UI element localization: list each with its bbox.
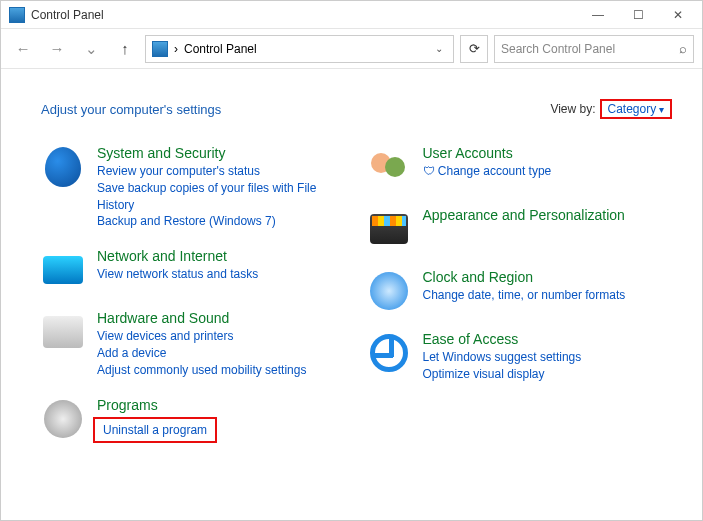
up-button[interactable]: ↑ [111,35,139,63]
clock-icon [367,269,411,313]
category-title-ease[interactable]: Ease of Access [423,331,582,347]
search-icon[interactable]: ⌕ [679,41,687,56]
refresh-button[interactable]: ⟳ [460,35,488,63]
monitor-icon [367,207,411,251]
category-programs: Programs Uninstall a program [41,397,347,444]
view-by-label: View by: [550,102,595,116]
back-button[interactable]: ← [9,35,37,63]
close-button[interactable]: ✕ [658,3,698,27]
minimize-button[interactable]: — [578,3,618,27]
category-title-appearance[interactable]: Appearance and Personalization [423,207,625,223]
printer-icon [41,310,85,354]
link-uninstall-program[interactable]: Uninstall a program [103,422,207,439]
category-ease-of-access: Ease of Access Let Windows suggest setti… [367,331,673,383]
recent-locations-button[interactable]: ⌄ [77,35,105,63]
link-mobility-settings[interactable]: Adjust commonly used mobility settings [97,362,306,379]
link-devices-printers[interactable]: View devices and printers [97,328,306,345]
address-dropdown[interactable]: ⌄ [431,43,447,54]
network-icon [41,248,85,292]
control-panel-icon [9,7,25,23]
window-title: Control Panel [31,8,104,22]
category-network-internet: Network and Internet View network status… [41,248,347,292]
address-bar[interactable]: › Control Panel ⌄ [145,35,454,63]
link-change-account-type[interactable]: 🛡 Change account type [423,163,552,180]
titlebar: Control Panel — ☐ ✕ [1,1,702,29]
link-optimize-display[interactable]: Optimize visual display [423,366,582,383]
category-title-network[interactable]: Network and Internet [97,248,258,264]
right-column: User Accounts 🛡 Change account type Appe… [367,145,673,461]
category-title-user-accounts[interactable]: User Accounts [423,145,552,161]
category-clock-region: Clock and Region Change date, time, or n… [367,269,673,313]
category-title-system-security[interactable]: System and Security [97,145,347,161]
category-hardware-sound: Hardware and Sound View devices and prin… [41,310,347,378]
category-system-security: System and Security Review your computer… [41,145,347,230]
breadcrumb[interactable]: Control Panel [184,42,257,56]
shield-icon [41,145,85,189]
users-icon [367,145,411,189]
left-column: System and Security Review your computer… [41,145,347,461]
search-input[interactable] [501,42,675,56]
link-add-device[interactable]: Add a device [97,345,306,362]
highlight-uninstall: Uninstall a program [93,417,217,444]
category-title-hardware[interactable]: Hardware and Sound [97,310,306,326]
link-file-history[interactable]: Save backup copies of your files with Fi… [97,180,347,214]
forward-button[interactable]: → [43,35,71,63]
category-user-accounts: User Accounts 🛡 Change account type [367,145,673,189]
navbar: ← → ⌄ ↑ › Control Panel ⌄ ⟳ ⌕ [1,29,702,69]
address-icon [152,41,168,57]
search-box[interactable]: ⌕ [494,35,694,63]
disc-icon [41,397,85,441]
link-backup-restore[interactable]: Backup and Restore (Windows 7) [97,213,347,230]
link-network-status[interactable]: View network status and tasks [97,266,258,283]
category-appearance: Appearance and Personalization [367,207,673,251]
content-area: Adjust your computer's settings View by:… [1,69,702,471]
link-change-account-type-text: Change account type [438,164,551,178]
maximize-button[interactable]: ☐ [618,3,658,27]
link-review-status[interactable]: Review your computer's status [97,163,347,180]
link-date-time-formats[interactable]: Change date, time, or number formats [423,287,626,304]
category-title-programs[interactable]: Programs [97,397,217,413]
link-suggest-settings[interactable]: Let Windows suggest settings [423,349,582,366]
page-heading: Adjust your computer's settings [41,102,221,117]
shield-badge-icon: 🛡 [423,164,435,178]
ease-icon [367,331,411,375]
breadcrumb-sep: › [174,42,178,56]
category-title-clock[interactable]: Clock and Region [423,269,626,285]
view-by-dropdown[interactable]: Category [600,99,672,119]
